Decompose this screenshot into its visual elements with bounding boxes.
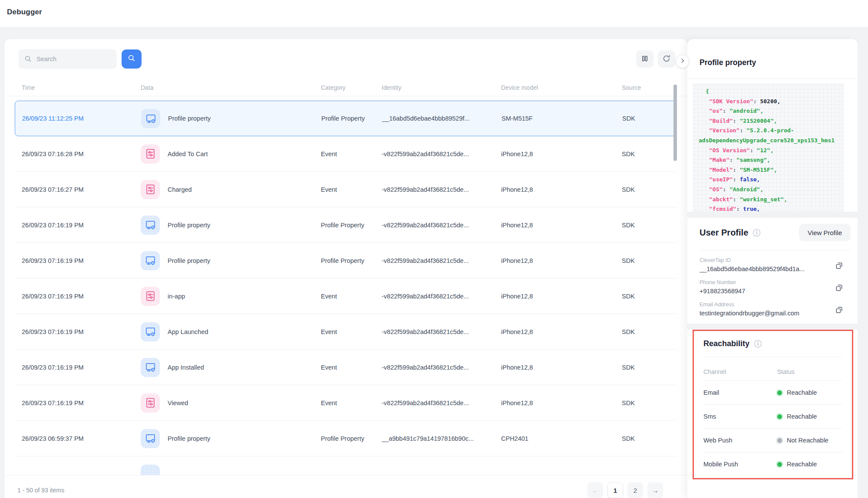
column-header-data: Data <box>141 84 321 91</box>
pagination-page-1-button[interactable]: 1 <box>607 482 623 498</box>
copy-button[interactable] <box>833 305 845 316</box>
table-row[interactable]: 26/09/23 11:12:25 PMProfile propertyProf… <box>15 101 677 136</box>
column-header-device-model: Device model <box>501 84 622 91</box>
cell-identity: -v822f599ab2ad4f36821c5de... <box>382 222 501 229</box>
cell-data-label: Charged <box>168 186 192 193</box>
code-line: "Build": "21520004", <box>698 116 841 126</box>
table-row[interactable]: 26/09/23 07:16:19 PMViewedEvent-v822f599… <box>15 385 677 421</box>
search-button[interactable] <box>122 49 142 69</box>
cell-data: Added To Cart <box>141 144 321 164</box>
cell-identity: __a9bb491c79a14197816b90c... <box>382 435 501 442</box>
reachability-channel: Sms <box>703 413 777 420</box>
cell-identity: -v822f599ab2ad4f36821c5de... <box>382 151 501 157</box>
copy-icon <box>835 283 844 294</box>
reachability-rows: EmailReachableSmsReachableWeb PushNot Re… <box>703 380 842 476</box>
reachability-info-icon[interactable] <box>754 340 762 348</box>
cell-source: SDK <box>622 293 674 300</box>
code-line: "abckt": "working_set", <box>698 195 841 205</box>
cell-time: 26/09/23 07:16:19 PM <box>22 257 141 264</box>
cell-data: Profile property <box>141 109 321 128</box>
reachability-column-status: Status <box>777 368 842 375</box>
copy-button[interactable] <box>833 261 845 272</box>
pagination-prev-button[interactable]: ← <box>587 482 603 498</box>
pause-button[interactable] <box>636 50 653 68</box>
table-row-partial[interactable] <box>15 456 677 475</box>
table-row[interactable]: 26/09/23 07:16:19 PMin-appEvent-v822f599… <box>15 278 677 314</box>
reachability-status-label: Reachable <box>787 461 817 468</box>
cell-category: Event <box>321 364 382 371</box>
copy-icon <box>835 261 844 272</box>
cell-time: 26/09/23 07:16:27 PM <box>22 186 141 193</box>
code-line: "os": "android", <box>698 106 841 116</box>
field-label: Phone Number <box>700 279 828 285</box>
cell-category: Event <box>321 293 382 300</box>
detail-header: Profile property <box>687 39 858 79</box>
reachable-dot-icon <box>777 390 782 395</box>
cell-device-model: iPhone12,8 <box>501 400 622 406</box>
cell-device-model: iPhone12,8 <box>501 151 622 157</box>
cell-data-label: Profile property <box>168 257 210 264</box>
events-panel: Time Data Category Identity Device model… <box>4 39 687 498</box>
detail-title: Profile property <box>700 58 847 67</box>
cell-identity: -v822f599ab2ad4f36821c5de... <box>382 400 501 406</box>
table-row[interactable]: 26/09/23 07:16:19 PMApp LaunchedEvent-v8… <box>15 314 677 350</box>
table-row[interactable]: 26/09/23 07:16:19 PMProfile propertyProf… <box>15 207 677 243</box>
reachable-dot-icon <box>777 414 782 419</box>
table-actions <box>636 50 675 68</box>
reachability-section: Reachability Channel Status EmailReachab… <box>693 330 853 479</box>
cell-device-model: iPhone12,8 <box>501 222 622 229</box>
cell-source: SDK <box>622 115 674 122</box>
table-row[interactable]: 26/09/23 06:59:37 PMProfile propertyProf… <box>15 421 677 456</box>
detail-panel: Profile property {"SDK Version": 50200,"… <box>687 39 858 498</box>
profile-property-icon <box>141 109 160 128</box>
cell-category: Profile Property <box>321 222 382 229</box>
cell-category: Event <box>321 186 382 193</box>
copy-button[interactable] <box>833 283 845 294</box>
pause-icon <box>641 55 648 63</box>
code-line: "Make": "samsung", <box>698 155 841 165</box>
cell-category: Profile Property <box>321 257 382 264</box>
table-row[interactable]: 26/09/23 07:16:19 PMApp InstalledEvent-v… <box>15 350 677 385</box>
cell-identity: -v822f599ab2ad4f36821c5de... <box>382 257 501 264</box>
code-line: "OS": "Android", <box>698 185 841 195</box>
cell-identity: -v822f599ab2ad4f36821c5de... <box>382 186 501 193</box>
profile-property-icon <box>141 251 160 270</box>
table-row[interactable]: 26/09/23 07:16:27 PMChargedEvent-v822f59… <box>15 172 677 207</box>
pagination-page-2-button[interactable]: 2 <box>627 482 643 498</box>
table-row[interactable]: 26/09/23 07:16:19 PMProfile propertyProf… <box>15 243 677 278</box>
search-input[interactable] <box>19 49 116 69</box>
cell-identity: __16abd5d6ebae4bbb89529f... <box>382 115 502 122</box>
cell-device-model: CPH2401 <box>501 435 622 442</box>
event-icon <box>141 180 160 199</box>
profile-field: Email Addresstestintegrationdrbugger@gma… <box>700 301 851 317</box>
collapse-panel-button[interactable] <box>676 55 689 68</box>
cell-identity: -v822f599ab2ad4f36821c5de... <box>382 293 501 300</box>
cell-time: 26/09/23 11:12:25 PM <box>22 115 141 122</box>
view-profile-button[interactable]: View Profile <box>799 224 851 241</box>
user-profile-info-icon[interactable] <box>752 229 761 237</box>
reachability-row: Web PushNot Reachable <box>703 428 842 452</box>
reachable-dot-icon <box>777 462 782 467</box>
cell-data-label: Profile property <box>168 222 210 229</box>
cell-data-label: Profile property <box>168 115 211 122</box>
pagination-next-button[interactable]: → <box>647 482 663 498</box>
cell-identity: -v822f599ab2ad4f36821c5de... <box>382 328 501 335</box>
cell-category: Event <box>321 328 382 335</box>
code-line: "SDK Version": 50200, <box>698 97 841 107</box>
reachability-status-label: Not Reachable <box>787 437 828 444</box>
cell-data <box>141 465 321 475</box>
profile-field: CleverTap ID__16abd5d6ebae4bbb89529f4bd1… <box>700 257 851 272</box>
reachability-channel: Web Push <box>703 437 777 444</box>
code-line: "Version": "5.2.0.4-prod- <box>698 126 841 136</box>
column-header-source: Source <box>622 84 674 91</box>
code-line: "useIP": false, <box>698 175 841 185</box>
table-scrollbar-thumb[interactable] <box>673 85 677 161</box>
cell-data: Profile property <box>141 429 321 448</box>
cell-category: Event <box>321 151 382 157</box>
debugger-page: Debugger <box>0 0 868 498</box>
table-row[interactable]: 26/09/23 07:16:28 PMAdded To CartEvent-v… <box>15 136 677 172</box>
profile-property-icon <box>141 465 160 475</box>
refresh-button[interactable] <box>658 50 675 68</box>
cell-category: Profile Property <box>321 435 382 442</box>
code-block[interactable]: {"SDK Version": 50200,"os": "android","B… <box>693 83 844 212</box>
